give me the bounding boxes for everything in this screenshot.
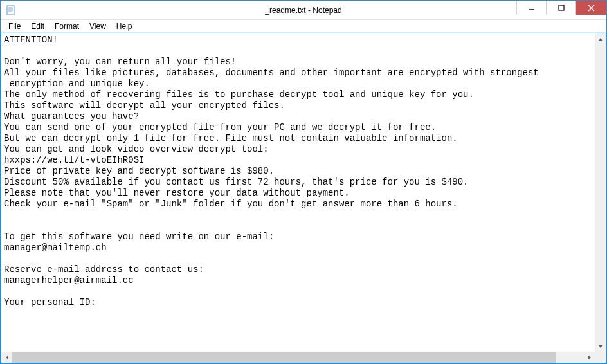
vertical-scrollbar[interactable] [595,33,606,352]
svg-marker-10 [599,345,602,348]
notepad-window: _readme.txt - Notepad File Edit Format V… [0,0,607,364]
menu-edit[interactable]: Edit [26,21,50,32]
vertical-scroll-track[interactable] [595,44,606,341]
maximize-button[interactable] [546,1,575,15]
menu-help[interactable]: Help [111,21,138,32]
scroll-right-button[interactable] [584,352,595,363]
window-title: _readme.txt - Notepad [1,6,606,15]
menu-view[interactable]: View [84,21,111,32]
svg-marker-9 [599,38,602,41]
svg-rect-6 [559,5,564,10]
horizontal-scrollbar[interactable] [1,352,595,363]
menu-file[interactable]: File [3,21,26,32]
minimize-button[interactable] [516,1,546,15]
text-area[interactable]: ATTENTION! Don't worry, you can return a… [1,33,606,363]
menu-format[interactable]: Format [50,21,84,32]
horizontal-scroll-track[interactable] [12,352,584,363]
titlebar[interactable]: _readme.txt - Notepad [1,1,606,20]
scroll-up-button[interactable] [595,33,606,44]
close-button[interactable] [575,1,606,15]
horizontal-scroll-thumb[interactable] [12,352,556,363]
scroll-left-button[interactable] [1,352,12,363]
scroll-down-button[interactable] [595,341,606,352]
scroll-corner [595,352,606,363]
content-wrapper: ATTENTION! Don't worry, you can return a… [1,33,606,363]
notepad-icon [6,5,16,15]
window-controls [516,1,606,19]
menubar: File Edit Format View Help [1,20,606,33]
svg-marker-11 [6,356,8,359]
svg-marker-12 [588,356,591,359]
